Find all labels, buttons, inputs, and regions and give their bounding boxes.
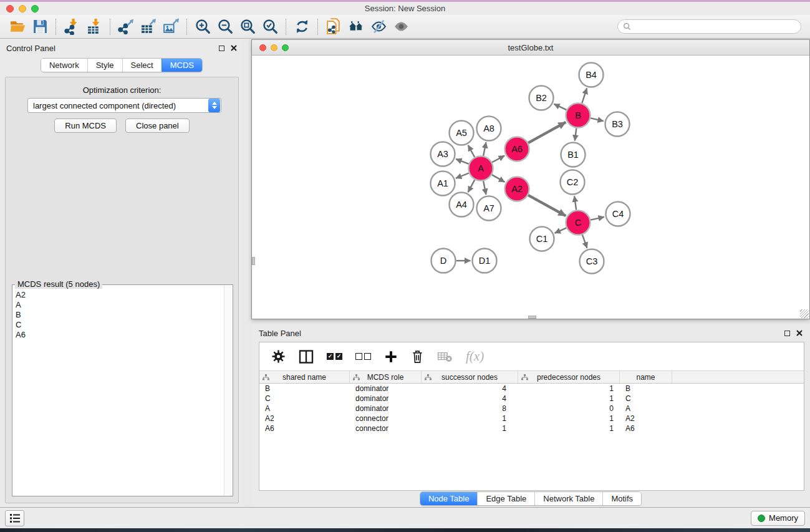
node-C[interactable]: C xyxy=(566,211,591,235)
table-cell[interactable]: B xyxy=(259,384,350,393)
unselect-all-columns-button[interactable] xyxy=(355,353,371,360)
table-row[interactable]: A2connector11A2 xyxy=(259,414,804,423)
node-C2[interactable]: C2 xyxy=(561,170,585,195)
network-minimize-button[interactable] xyxy=(271,44,277,51)
refresh-layout-button[interactable] xyxy=(291,17,313,37)
node-B2[interactable]: B2 xyxy=(529,86,554,110)
node-D1[interactable]: D1 xyxy=(473,249,497,273)
close-table-panel-icon[interactable] xyxy=(796,330,803,336)
edge-A6-B[interactable] xyxy=(528,122,566,143)
close-panel-button[interactable]: Close panel xyxy=(125,118,190,133)
node-A5[interactable]: A5 xyxy=(450,121,474,145)
tab-edge-table[interactable]: Edge Table xyxy=(477,492,534,505)
split-columns-button[interactable] xyxy=(299,350,314,364)
show-selected-button[interactable] xyxy=(390,17,412,37)
node-A1[interactable]: A1 xyxy=(431,172,455,196)
edge-A-A7[interactable] xyxy=(483,181,486,195)
tab-network-table[interactable]: Network Table xyxy=(534,492,602,505)
table-cell[interactable]: 8 xyxy=(422,404,518,413)
edge-A-A8[interactable] xyxy=(483,142,486,156)
delete-table-button[interactable] xyxy=(437,351,453,363)
column-header-mcds-role[interactable]: MCDS role xyxy=(350,371,422,383)
tab-network[interactable]: Network xyxy=(41,59,87,72)
hide-selected-button[interactable] xyxy=(367,17,390,37)
mcds-result-item[interactable]: B xyxy=(16,310,224,320)
vertical-scroll-thumb[interactable] xyxy=(252,257,255,265)
zoom-in-button[interactable] xyxy=(191,17,214,37)
edge-B-B2[interactable] xyxy=(554,104,566,110)
table-cell[interactable]: C xyxy=(259,394,350,403)
table-cell[interactable]: 1 xyxy=(518,394,620,403)
export-network-button[interactable] xyxy=(115,17,137,37)
select-all-columns-button[interactable]: ✓✓ xyxy=(327,353,342,360)
table-row[interactable]: A6connector11A6 xyxy=(259,423,804,433)
edge-C-C4[interactable] xyxy=(591,217,604,220)
edge-A-A1[interactable] xyxy=(456,173,469,178)
table-row[interactable]: Adominator80A xyxy=(259,404,804,414)
table-row[interactable]: Bdominator41B xyxy=(259,384,804,394)
column-header-name[interactable]: name xyxy=(620,371,672,383)
search-input[interactable] xyxy=(634,22,796,31)
new-network-from-file-button[interactable] xyxy=(322,17,345,37)
column-header-shared-name[interactable]: shared name xyxy=(259,371,350,383)
node-A[interactable]: A xyxy=(469,157,493,181)
edge-A-A2[interactable] xyxy=(492,175,505,182)
node-A7[interactable]: A7 xyxy=(477,196,501,221)
zoom-window-button[interactable] xyxy=(31,5,39,12)
show-all-networks-button[interactable] xyxy=(345,17,367,37)
table-cell[interactable]: C xyxy=(620,394,672,403)
task-history-button[interactable] xyxy=(5,510,24,526)
table-cell[interactable]: A2 xyxy=(620,414,672,423)
node-D[interactable]: D xyxy=(432,249,456,273)
table-cell[interactable]: 1 xyxy=(422,414,518,423)
mcds-result-item[interactable]: C xyxy=(16,320,224,330)
table-cell[interactable]: 1 xyxy=(422,424,518,433)
import-table-button[interactable] xyxy=(83,17,105,37)
table-cell[interactable]: A xyxy=(620,404,672,413)
zoom-fit-button[interactable] xyxy=(236,17,259,37)
float-table-panel-icon[interactable] xyxy=(784,331,790,336)
save-session-button[interactable] xyxy=(29,17,51,37)
table-cell[interactable]: 4 xyxy=(422,384,518,393)
mcds-result-item[interactable]: A2 xyxy=(16,290,224,300)
edge-A-A6[interactable] xyxy=(492,156,504,163)
node-B[interactable]: B xyxy=(566,104,591,128)
gear-button[interactable] xyxy=(271,349,286,364)
edge-A-A4[interactable] xyxy=(468,180,475,192)
edge-A-A3[interactable] xyxy=(456,159,469,164)
edge-B-B1[interactable] xyxy=(575,128,577,140)
float-panel-icon[interactable] xyxy=(219,46,224,51)
table-cell[interactable]: dominator xyxy=(350,404,422,413)
edge-A2-C[interactable] xyxy=(528,195,566,216)
table-row[interactable]: Cdominator41C xyxy=(259,394,804,404)
tab-style[interactable]: Style xyxy=(87,59,122,72)
import-network-button[interactable] xyxy=(60,17,83,37)
edge-C-C3[interactable] xyxy=(582,235,587,248)
mcds-result-item[interactable]: A xyxy=(16,300,224,310)
node-A2[interactable]: A2 xyxy=(505,177,529,201)
column-header-predecessor-nodes[interactable]: predecessor nodes xyxy=(518,371,620,383)
close-window-button[interactable] xyxy=(6,5,14,12)
tab-mcds[interactable]: MCDS xyxy=(162,59,202,72)
node-A8[interactable]: A8 xyxy=(477,117,501,141)
result-list-scrollbar[interactable] xyxy=(224,285,233,496)
node-B3[interactable]: B3 xyxy=(605,112,630,137)
network-zoom-button[interactable] xyxy=(282,44,289,51)
zoom-selected-button[interactable] xyxy=(259,17,281,37)
table-cell[interactable]: B xyxy=(620,384,672,393)
memory-button[interactable]: Memory xyxy=(751,511,805,526)
minimize-window-button[interactable] xyxy=(19,5,26,12)
network-canvas[interactable]: B4B2BB3A8A5A6A3B1AC2A1A2A4A7C4CC1DD1C3 xyxy=(252,56,809,319)
open-file-button[interactable] xyxy=(6,17,29,37)
node-A3[interactable]: A3 xyxy=(431,142,455,167)
table-cell[interactable]: A xyxy=(259,404,350,413)
window-resize-handle[interactable] xyxy=(800,309,809,318)
tab-select[interactable]: Select xyxy=(122,59,162,72)
table-cell[interactable]: 1 xyxy=(518,384,620,393)
table-cell[interactable]: 1 xyxy=(518,424,620,433)
add-column-button[interactable] xyxy=(384,350,398,364)
tab-node-table[interactable]: Node Table xyxy=(420,492,478,505)
zoom-out-button[interactable] xyxy=(214,17,236,37)
node-A4[interactable]: A4 xyxy=(450,193,474,217)
table-cell[interactable]: A6 xyxy=(259,424,350,433)
